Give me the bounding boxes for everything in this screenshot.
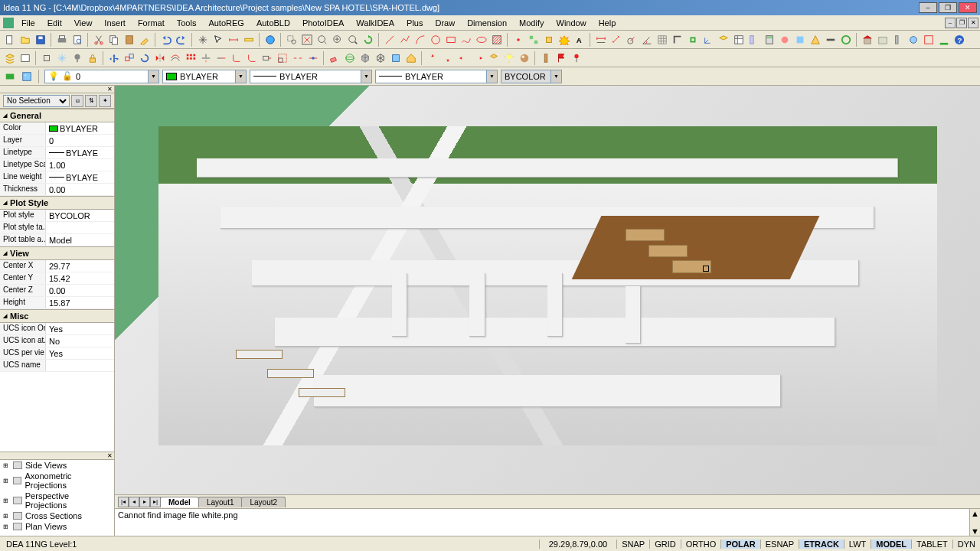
tree-close-icon[interactable]: ✕ <box>106 452 114 459</box>
break-icon[interactable] <box>291 51 305 65</box>
flag-icon[interactable] <box>554 51 568 65</box>
dim-angle-icon[interactable] <box>640 33 654 47</box>
toggle-ortho[interactable]: ORTHO <box>681 540 721 549</box>
zoom-window-icon[interactable] <box>285 33 299 47</box>
view-right-icon[interactable] <box>472 51 485 65</box>
cmd-scroll-up-icon[interactable]: ▲ <box>971 509 979 518</box>
copy-icon[interactable] <box>107 33 121 47</box>
tab-layout2[interactable]: Layout2 <box>241 497 286 507</box>
view-iso-icon[interactable] <box>487 51 501 65</box>
menu-photoidea[interactable]: PhotoIDEA <box>296 17 350 29</box>
menu-tools[interactable]: Tools <box>171 17 203 29</box>
undo-icon[interactable] <box>159 33 173 47</box>
prop-row[interactable]: UCS icon at...No <box>0 335 114 347</box>
match-props-icon[interactable] <box>138 33 152 47</box>
point-icon[interactable] <box>511 33 525 47</box>
plotstyle-combo[interactable]: BYCOLOR ▼ <box>501 70 562 83</box>
prop-row[interactable]: Linetype Scale1.00 <box>0 159 114 171</box>
menu-walkidea[interactable]: WalkIDEA <box>350 17 400 29</box>
view-left-icon[interactable] <box>456 51 470 65</box>
text-icon[interactable]: A <box>573 33 586 47</box>
join-icon[interactable] <box>306 51 320 65</box>
menu-format[interactable]: Format <box>132 17 171 29</box>
zoom-in-icon[interactable] <box>331 33 345 47</box>
copy2-icon[interactable] <box>122 51 136 65</box>
tab-model[interactable]: Model <box>160 497 199 507</box>
layer-state-icon[interactable] <box>18 51 32 65</box>
bld6-icon[interactable] <box>937 33 951 47</box>
menu-view[interactable]: View <box>68 17 99 29</box>
color-combo[interactable]: BYLAYER ▼ <box>162 70 247 83</box>
light-icon[interactable] <box>502 51 516 65</box>
shade-icon[interactable] <box>358 51 372 65</box>
image-icon[interactable] <box>20 70 34 83</box>
layer-combo[interactable]: 💡🔓0 ▼ <box>44 70 159 83</box>
dim-aligned-icon[interactable] <box>609 33 623 47</box>
cut-icon[interactable] <box>92 33 106 47</box>
zoom-extents-icon[interactable] <box>300 33 314 47</box>
toggle-esnap[interactable]: ESNAP <box>760 540 799 549</box>
dim-radius-icon[interactable] <box>625 33 639 47</box>
tree-axonometric-projections[interactable]: Axonometric Projections <box>0 471 114 491</box>
mirror-icon[interactable] <box>153 51 167 65</box>
property-grid[interactable]: GeneralColorBYLAYERLayer0LinetypeBYLAYEL… <box>0 109 114 452</box>
toggle-snap[interactable]: SNAP <box>616 540 649 549</box>
ellipse-icon[interactable] <box>475 33 488 47</box>
open-icon[interactable] <box>18 33 32 47</box>
explode-icon[interactable] <box>557 33 571 47</box>
paste-icon[interactable] <box>122 33 136 47</box>
extra1-icon[interactable] <box>778 33 792 47</box>
lineweight-combo[interactable]: BYLAYER ▼ <box>375 70 498 83</box>
bld1-icon[interactable] <box>861 33 874 47</box>
prop-row[interactable]: Center Z0.00 <box>0 285 114 297</box>
xref-icon[interactable] <box>3 70 17 83</box>
maximize-button[interactable]: ❐ <box>939 2 957 13</box>
print-icon[interactable] <box>55 33 69 47</box>
panel-close-icon[interactable]: ✕ <box>106 86 114 93</box>
rotate-icon[interactable] <box>138 51 152 65</box>
regen-icon[interactable] <box>361 33 375 47</box>
insert-icon[interactable] <box>542 33 556 47</box>
prop-row[interactable]: Center X29.77 <box>0 260 114 272</box>
print-preview-icon[interactable] <box>70 33 84 47</box>
off-icon[interactable] <box>70 51 84 65</box>
zoom-realtime-icon[interactable] <box>346 33 360 47</box>
column-icon[interactable] <box>539 51 553 65</box>
help-icon[interactable]: ? <box>952 33 966 47</box>
doc-restore-button[interactable]: ❐ <box>956 18 967 28</box>
menu-edit[interactable]: Edit <box>41 17 68 29</box>
doc-close-button[interactable]: ✕ <box>968 18 978 28</box>
ortho-icon[interactable] <box>671 33 684 47</box>
pin-icon[interactable] <box>570 51 583 65</box>
prop-row[interactable]: Height15.87 <box>0 297 114 309</box>
tab-prev-icon[interactable]: ◂ <box>129 497 139 507</box>
save-icon[interactable] <box>34 33 47 47</box>
extra5-icon[interactable] <box>839 33 853 47</box>
prop-row[interactable]: ColorBYLAYER <box>0 122 114 135</box>
prop-row[interactable]: LinetypeBYLAYE <box>0 147 114 159</box>
doc-minimize-button[interactable]: – <box>945 18 956 28</box>
prop-row[interactable]: UCS name <box>0 360 114 372</box>
tab-next-icon[interactable]: ▸ <box>139 497 150 507</box>
chamfer-icon[interactable] <box>245 51 259 65</box>
tree-side-views[interactable]: Side Views <box>0 460 114 471</box>
spline-icon[interactable] <box>459 33 473 47</box>
menu-file[interactable]: File <box>15 17 41 29</box>
quickselect-icon[interactable]: ⧈ <box>71 95 83 107</box>
dim-linear-icon[interactable] <box>594 33 608 47</box>
3d-orbit-icon[interactable] <box>343 51 357 65</box>
menu-window[interactable]: Window <box>550 17 593 29</box>
rect-icon[interactable] <box>444 33 458 47</box>
stretch-icon[interactable] <box>260 51 274 65</box>
menu-insert[interactable]: Insert <box>98 17 132 29</box>
menu-help[interactable]: Help <box>593 17 622 29</box>
tree-perspective-projections[interactable]: Perspective Projections <box>0 491 114 510</box>
dimension-icon[interactable] <box>227 33 240 47</box>
category-misc[interactable]: Misc <box>0 309 114 323</box>
cmd-scroll-down-icon[interactable]: ▼ <box>971 527 979 536</box>
hatch-icon[interactable] <box>490 33 504 47</box>
array-icon[interactable] <box>184 51 198 65</box>
arc-icon[interactable] <box>413 33 427 47</box>
category-general[interactable]: General <box>0 109 114 122</box>
prop-row[interactable]: UCS icon OnYes <box>0 323 114 335</box>
